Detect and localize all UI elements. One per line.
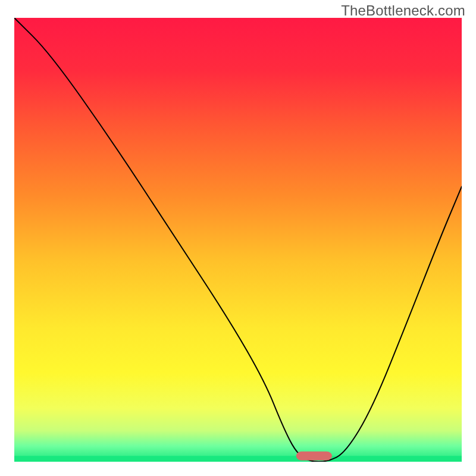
chart-area <box>14 18 462 462</box>
chart-background <box>14 18 462 462</box>
baseline-band <box>14 456 462 462</box>
optimal-marker <box>296 452 332 461</box>
stage: TheBottleneck.com <box>0 0 476 476</box>
chart-svg <box>14 18 462 462</box>
watermark-text: TheBottleneck.com <box>341 2 465 19</box>
